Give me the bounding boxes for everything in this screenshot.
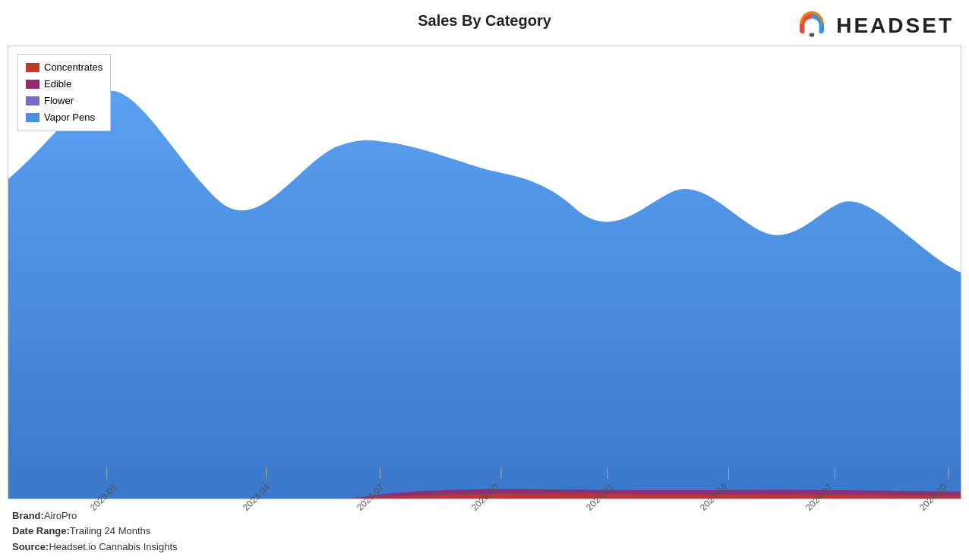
legend-color-edible xyxy=(26,80,39,89)
footer-date-range: Date Range:Trailing 24 Months xyxy=(12,524,178,540)
vapor-pens-area xyxy=(8,91,961,499)
footer-source-label: Source: xyxy=(12,541,49,552)
legend-color-concentrates xyxy=(26,63,39,72)
legend-item-edible: Edible xyxy=(26,76,103,93)
legend-item-flower: Flower xyxy=(26,93,103,109)
footer-info: Brand:AiroPro Date Range:Trailing 24 Mon… xyxy=(12,508,178,555)
footer-source: Source:Headset.io Cannabis Insights xyxy=(12,540,178,555)
legend-label-edible: Edible xyxy=(44,76,71,93)
page-container: HEADSET Sales By Category Concentrates E… xyxy=(0,0,969,560)
legend-color-vapor-pens xyxy=(26,113,39,122)
legend-color-flower xyxy=(26,96,39,105)
footer-date-range-value: Trailing 24 Months xyxy=(70,525,150,536)
footer-brand-label: Brand: xyxy=(12,510,44,521)
legend-item-vapor-pens: Vapor Pens xyxy=(26,109,103,126)
legend-label-flower: Flower xyxy=(44,93,74,109)
footer-date-range-label: Date Range: xyxy=(12,525,70,536)
logo-text: HEADSET xyxy=(836,14,954,38)
svg-rect-1 xyxy=(810,33,814,37)
footer-source-value: Headset.io Cannabis Insights xyxy=(49,541,177,552)
headset-logo-icon xyxy=(794,8,830,44)
chart-legend: Concentrates Edible Flower Vapor Pens xyxy=(17,54,111,131)
chart-wrapper: Concentrates Edible Flower Vapor Pens xyxy=(8,46,961,499)
footer-brand-value: AiroPro xyxy=(44,510,77,521)
chart-svg xyxy=(8,46,961,499)
chart-frame: Concentrates Edible Flower Vapor Pens xyxy=(8,46,961,499)
legend-label-concentrates: Concentrates xyxy=(44,59,103,76)
legend-label-vapor-pens: Vapor Pens xyxy=(44,109,95,126)
footer-brand: Brand:AiroPro xyxy=(12,508,178,524)
legend-item-concentrates: Concentrates xyxy=(26,59,103,76)
logo-area: HEADSET xyxy=(794,8,954,44)
